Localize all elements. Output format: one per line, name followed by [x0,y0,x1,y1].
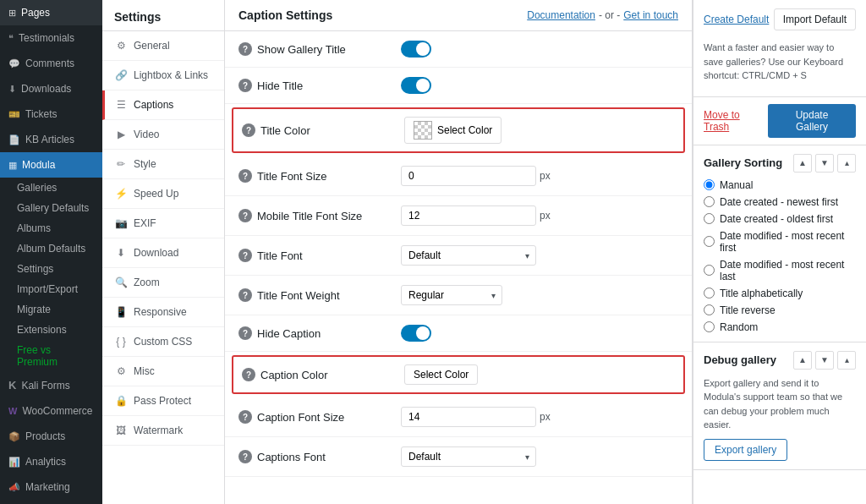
show-gallery-title-help[interactable]: ? [238,42,252,56]
sidebar-item-import-export[interactable]: Import/Export [0,279,102,299]
settings-nav-download[interactable]: ⬇ Download [102,238,224,268]
settings-nav-exif[interactable]: 📷 EXIF [102,209,224,238]
settings-nav-misc[interactable]: ⚙ Misc [102,357,224,386]
title-font-size-help[interactable]: ? [238,169,252,183]
settings-nav-custom-css[interactable]: { } Custom CSS [102,327,224,357]
sort-title-reverse[interactable]: Title reverse [704,304,856,316]
sort-date-oldest[interactable]: Date created - oldest first [704,213,856,225]
title-font-control: Default Arial Georgia [401,245,536,266]
title-font-select[interactable]: Default Arial Georgia [401,245,536,266]
gallery-sorting-down-btn[interactable]: ▼ [815,154,834,173]
hide-caption-toggle[interactable] [401,325,431,342]
hide-caption-help[interactable]: ? [238,326,252,340]
settings-nav-style[interactable]: ✏ Style [102,150,224,179]
settings-nav-watermark[interactable]: 🖼 Watermark [102,416,224,446]
settings-nav-pass-protect[interactable]: 🔒 Pass Protect [102,386,224,416]
sort-date-newest[interactable]: Date created - newest first [704,196,856,208]
import-default-button[interactable]: Import Default [774,8,856,30]
settings-nav-speed-up[interactable]: ⚡ Speed Up [102,179,224,209]
sort-modified-last-radio[interactable] [704,265,715,276]
sort-random-radio[interactable] [704,321,715,332]
sort-title-alpha[interactable]: Title alphabetically [704,288,856,299]
downloads-icon: ⬇ [8,84,16,95]
debug-gallery-title: Debug gallery [704,353,776,366]
sidebar-item-extensions[interactable]: Extensions [0,320,102,340]
sort-manual[interactable]: Manual [704,179,856,191]
main-area: Settings ⚙ General 🔗 Lightbox & Links ☰ … [102,0,866,504]
sidebar-item-appearance[interactable]: 🎨 Appearance [0,500,102,504]
sort-date-oldest-radio[interactable] [704,213,715,224]
sidebar-item-kali-forms[interactable]: K Kali Forms [0,372,102,398]
settings-nav-captions[interactable]: ☰ Captions [102,90,224,120]
title-font-weight-select[interactable]: Regular Bold Italic [401,285,502,305]
sidebar-item-free-premium[interactable]: Free vs Premium [0,340,102,372]
sidebar-item-testimonials[interactable]: ❝ Testimonials [0,25,102,51]
video-icon: ▶ [114,128,128,141]
sort-modified-last[interactable]: Date modified - most recent last [704,259,856,282]
title-font-size-input[interactable] [401,166,536,186]
title-font-weight-label: ? Title Font Weight [238,288,391,302]
mobile-title-font-size-help[interactable]: ? [238,209,252,222]
get-in-touch-link[interactable]: Get in touch [623,9,678,21]
captions-font-help[interactable]: ? [238,450,252,463]
move-to-trash-button[interactable]: Move to Trash [704,109,768,133]
sort-modified-recent[interactable]: Date modified - most recent first [704,230,856,254]
zoom-icon: 🔍 [114,276,128,289]
sidebar-item-kb-articles[interactable]: 📄 KB Articles [0,127,102,152]
create-default-button[interactable]: Create Default [704,14,769,25]
sidebar-item-migrate[interactable]: Migrate [0,299,102,320]
sidebar-item-pages[interactable]: ⊞ Pages [0,0,102,25]
debug-gallery-up-btn[interactable]: ▲ [793,351,812,370]
debug-gallery-expand-btn[interactable]: ▴ [837,351,856,370]
caption-font-size-help[interactable]: ? [238,410,252,424]
title-font-weight-help[interactable]: ? [238,288,252,302]
style-icon: ✏ [114,157,128,171]
sidebar-item-comments[interactable]: 💬 Comments [0,51,102,76]
sidebar-item-gallery-defaults[interactable]: Gallery Defaults [0,198,102,218]
sidebar-item-modula[interactable]: ▦ Modula [0,152,102,178]
title-font-label: ? Title Font [238,249,391,262]
update-gallery-button[interactable]: Update Gallery [768,104,856,138]
sidebar-item-analytics[interactable]: 📊 Analytics [0,449,102,474]
settings-nav-general[interactable]: ⚙ General [102,31,224,61]
sidebar-item-galleries[interactable]: Galleries [0,178,102,198]
sidebar-item-settings[interactable]: Settings [0,259,102,279]
sidebar-item-albums[interactable]: Albums [0,218,102,238]
show-gallery-title-toggle[interactable] [401,41,431,58]
gallery-sorting-expand-btn[interactable]: ▴ [837,154,856,173]
sort-date-newest-radio[interactable] [704,196,715,207]
hide-title-help[interactable]: ? [238,79,252,92]
sort-title-reverse-radio[interactable] [704,304,715,315]
sort-random[interactable]: Random [704,321,856,333]
sidebar-item-products[interactable]: 📦 Products [0,424,102,449]
documentation-link[interactable]: Documentation [527,9,595,21]
sidebar-item-album-defaults[interactable]: Album Defaults [0,238,102,259]
title-color-button[interactable]: Select Color [404,117,502,144]
captions-font-select[interactable]: Default Arial [401,446,536,467]
hide-title-control [401,77,431,94]
settings-nav-lightbox[interactable]: 🔗 Lightbox & Links [102,61,224,90]
caption-color-button[interactable]: Select Color [404,364,478,385]
sidebar-item-woocommerce[interactable]: W WooCommerce [0,398,102,424]
gallery-sorting-up-btn[interactable]: ▲ [793,154,812,173]
sidebar-item-downloads[interactable]: ⬇ Downloads [0,76,102,101]
settings-nav-responsive[interactable]: 📱 Responsive [102,298,224,327]
hide-title-toggle[interactable] [401,77,431,94]
sidebar-item-marketing[interactable]: 📣 Marketing [0,474,102,500]
sort-modified-recent-radio[interactable] [704,236,715,247]
debug-gallery-down-btn[interactable]: ▼ [815,351,834,370]
kb-articles-icon: 📄 [8,134,20,145]
mobile-title-font-size-input[interactable] [401,205,536,226]
caption-font-size-input[interactable] [401,407,536,427]
export-gallery-button[interactable]: Export gallery [704,439,787,461]
caption-color-control: Select Color [404,364,478,385]
sidebar-item-tickets[interactable]: 🎫 Tickets [0,101,102,127]
title-font-help[interactable]: ? [238,249,252,262]
misc-icon: ⚙ [114,364,128,378]
settings-nav-video[interactable]: ▶ Video [102,120,224,150]
settings-nav-zoom[interactable]: 🔍 Zoom [102,268,224,298]
caption-color-help[interactable]: ? [242,368,255,381]
title-color-help[interactable]: ? [242,123,255,137]
sort-manual-radio[interactable] [704,179,715,190]
sort-title-alpha-radio[interactable] [704,288,715,299]
